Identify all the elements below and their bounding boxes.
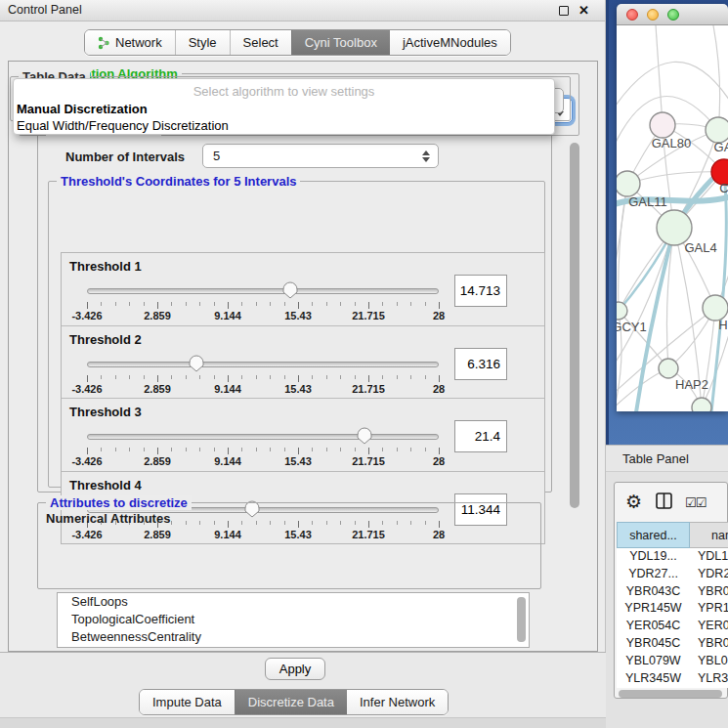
close-panel-icon[interactable]: ✕ bbox=[578, 6, 589, 16]
scale-tick-label: -3.426 bbox=[56, 455, 118, 467]
tick-mark bbox=[397, 448, 398, 451]
tick-mark bbox=[186, 302, 187, 306]
table-row[interactable]: YBL079WYBL0 bbox=[617, 653, 728, 670]
tick-mark bbox=[214, 448, 215, 451]
tick-mark bbox=[340, 302, 341, 306]
zoom-traffic-icon[interactable] bbox=[667, 9, 679, 21]
tab-infer-network[interactable]: Infer Network bbox=[347, 690, 448, 714]
tab-network[interactable]: Network bbox=[85, 30, 175, 55]
tick-mark bbox=[144, 302, 145, 306]
table-panel-inner: ⚙ ☑☑ shared... name YDL19...YDL1YDR27...… bbox=[614, 482, 728, 699]
tick-mark bbox=[87, 375, 88, 382]
network-node[interactable] bbox=[692, 398, 711, 411]
network-edge[interactable] bbox=[617, 228, 674, 367]
split-panel-icon[interactable] bbox=[656, 492, 672, 513]
tick-mark bbox=[270, 448, 271, 451]
tick-mark bbox=[425, 302, 426, 306]
tab-select[interactable]: Select bbox=[230, 30, 291, 55]
scale-tick-label: 28 bbox=[407, 455, 470, 467]
network-canvas[interactable]: GAL80GACGAL11GAL4GCY1HHAP2 bbox=[617, 25, 728, 411]
network-graph: GAL80GACGAL11GAL4GCY1HHAP2 bbox=[617, 25, 728, 411]
attribute-list-item[interactable]: SelfLoops bbox=[58, 593, 529, 611]
slider-thumb[interactable] bbox=[357, 427, 372, 445]
tick-mark bbox=[101, 448, 102, 451]
network-edge[interactable] bbox=[713, 25, 720, 130]
tab-label: Style bbox=[189, 35, 217, 50]
float-panel-icon[interactable] bbox=[559, 6, 569, 16]
tick-mark bbox=[312, 375, 313, 379]
attributes-group: Attributes to discretize Numerical Attri… bbox=[37, 502, 541, 589]
cell-name: YLR3 bbox=[690, 670, 728, 688]
threshold-slider[interactable] bbox=[87, 354, 439, 373]
threshold-row: Threshold 3-3.4262.8599.14415.4321.71528… bbox=[62, 399, 544, 472]
algorithm-option-manual[interactable]: Manual Discretization bbox=[17, 102, 148, 116]
slider-track bbox=[87, 362, 439, 367]
settings-scrollbar[interactable] bbox=[570, 143, 579, 508]
slider-thumb[interactable] bbox=[282, 281, 298, 299]
close-traffic-icon[interactable] bbox=[626, 9, 638, 21]
numerical-attributes-list[interactable]: SelfLoopsTopologicalCoefficientBetweenne… bbox=[57, 592, 530, 648]
tab-discretize-data[interactable]: Discretize Data bbox=[235, 690, 347, 714]
table-hscrollbar[interactable] bbox=[619, 690, 722, 698]
table-row[interactable]: YLR345WYLR3 bbox=[617, 670, 728, 688]
table-row[interactable]: YPR145WYPR1 bbox=[617, 600, 728, 618]
network-node-hap2[interactable] bbox=[659, 359, 678, 378]
scale-tick-label: 2.859 bbox=[126, 310, 189, 321]
table-row[interactable]: YBR043CYBR0 bbox=[617, 583, 728, 601]
table-row[interactable]: YDR27...YDR2 bbox=[617, 566, 728, 583]
algorithm-option-equal-width[interactable]: Equal Width/Frequency Discretization bbox=[17, 118, 229, 133]
tick-mark bbox=[199, 448, 200, 451]
network-node-gal11[interactable] bbox=[617, 171, 640, 196]
checkbox-icon[interactable]: ☑ bbox=[685, 495, 696, 510]
tick-mark bbox=[228, 375, 229, 382]
network-edge[interactable] bbox=[656, 25, 663, 125]
threshold-value-field[interactable]: 14.713 bbox=[454, 275, 507, 307]
cell-shared-name: YPR145W bbox=[617, 600, 690, 618]
tick-mark bbox=[199, 375, 200, 379]
checkbox-icon[interactable]: ☑ bbox=[696, 495, 707, 510]
threshold-value-field[interactable]: 21.4 bbox=[454, 420, 507, 452]
slider-thumb[interactable] bbox=[189, 355, 204, 372]
tick-mark bbox=[199, 302, 200, 306]
table-row[interactable]: YER054CYER0 bbox=[617, 618, 728, 635]
slider-track bbox=[87, 288, 439, 294]
attribute-list-item[interactable]: TopologicalCoefficient bbox=[58, 611, 529, 628]
threshold-slider[interactable] bbox=[87, 280, 439, 300]
tick-mark bbox=[214, 375, 215, 379]
apply-button[interactable]: Apply bbox=[265, 658, 325, 680]
tab-impute-data[interactable]: Impute Data bbox=[140, 690, 235, 714]
network-node-gcy1[interactable] bbox=[617, 302, 627, 320]
network-node-gal80[interactable] bbox=[650, 112, 675, 138]
attributes-list-scrollbar[interactable] bbox=[517, 597, 526, 642]
num-intervals-combobox[interactable]: 5 bbox=[202, 144, 439, 168]
tab-cyni-toolbox[interactable]: Cyni Toolbox bbox=[291, 30, 390, 55]
network-edge[interactable] bbox=[617, 62, 728, 115]
scale-tick-label: 28 bbox=[407, 310, 470, 321]
network-edge[interactable] bbox=[702, 321, 728, 407]
minimize-traffic-icon[interactable] bbox=[647, 9, 659, 21]
table-row[interactable]: YIL052CYIL0 bbox=[617, 687, 728, 688]
threshold-slider[interactable] bbox=[87, 426, 439, 446]
tab-style[interactable]: Style bbox=[175, 30, 230, 55]
tick-mark bbox=[241, 448, 242, 451]
tick-mark bbox=[439, 302, 440, 309]
threshold-value-field[interactable]: 6.316 bbox=[454, 348, 507, 380]
scale-tick-label: 15.43 bbox=[267, 383, 329, 395]
scale-tick-label: 21.715 bbox=[337, 455, 400, 467]
table-row[interactable]: YBR045CYBR0 bbox=[617, 635, 728, 653]
column-header-name[interactable]: name bbox=[690, 522, 728, 548]
bottom-strip bbox=[0, 717, 606, 728]
cell-shared-name: YBR043C bbox=[617, 583, 690, 601]
column-header-shared-name[interactable]: shared... bbox=[617, 522, 690, 548]
gear-icon[interactable]: ⚙ bbox=[625, 491, 642, 513]
table-row[interactable]: YDL19...YDL1 bbox=[617, 548, 728, 566]
cell-shared-name: YBR045C bbox=[617, 635, 690, 653]
tab-jactivemnodules[interactable]: jActiveMNodules bbox=[390, 30, 510, 55]
cell-name: YER0 bbox=[690, 618, 728, 635]
attribute-list-item[interactable]: BetweennessCentrality bbox=[58, 628, 529, 646]
tick-mark bbox=[326, 448, 327, 451]
tick-mark bbox=[298, 375, 299, 382]
tick-mark bbox=[340, 375, 341, 379]
network-node-label: C bbox=[719, 181, 728, 195]
table-toolbar: ⚙ ☑☑ bbox=[615, 483, 727, 522]
